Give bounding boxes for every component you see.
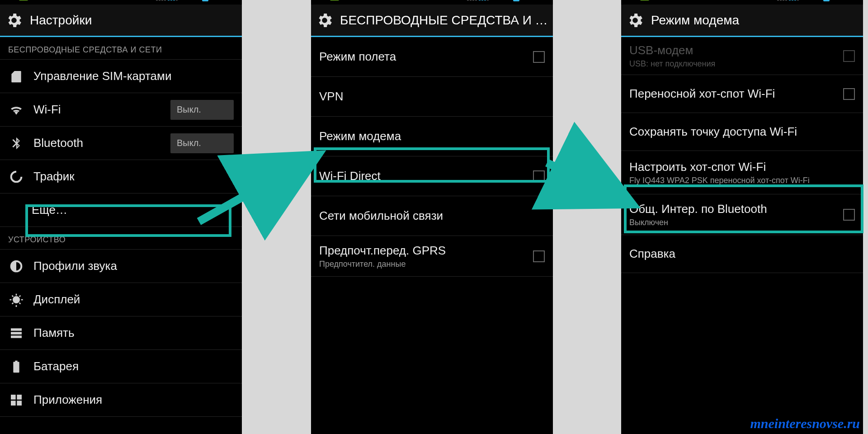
row-tethering[interactable]: Режим модема: [311, 117, 553, 156]
row-wifi-direct[interactable]: Wi-Fi Direct: [311, 156, 553, 196]
status-temp: 11°: [315, 0, 327, 0]
bt-tether-checkbox[interactable]: [843, 209, 855, 221]
row-label: Настроить хот-спот Wi-Fi: [629, 160, 855, 174]
row-sublabel: Выключен: [629, 218, 834, 227]
settings-icon: [5, 11, 24, 30]
row-bluetooth[interactable]: Bluetooth Выкл.: [0, 127, 242, 160]
usb-checkbox: [843, 50, 855, 62]
wifi-icon: [8, 103, 24, 117]
status-badge: 97: [19, 0, 28, 0]
row-apps[interactable]: Приложения: [0, 383, 242, 417]
screen-title: Настройки: [30, 13, 92, 28]
row-label: Память: [33, 326, 75, 340]
settings-icon: [316, 11, 334, 30]
row-label: Еще…: [32, 203, 67, 217]
battery-icon: [202, 0, 208, 1]
phone-screenshot-1: 11° 97 97% 21:32 Настройки БЕСПРОВОДНЫЕ …: [0, 0, 242, 434]
row-display[interactable]: Дисплей: [0, 283, 242, 316]
sim-icon: [8, 69, 24, 84]
screen-header: Настройки: [0, 5, 242, 37]
section-device: УСТРОЙСТВО: [0, 227, 242, 250]
status-bar: 11° 97 97% 21:32: [621, 0, 863, 5]
row-usb-tethering: USB-модем USB: нет подключения: [621, 37, 863, 75]
signal-sim1-icon: [156, 0, 166, 0]
row-configure-hotspot[interactable]: Настроить хот-спот Wi-Fi Fly IQ443 WPA2 …: [621, 151, 863, 194]
battery-percent: 97%: [801, 0, 821, 1]
wifi-toggle[interactable]: Выкл.: [170, 100, 234, 120]
status-clock: 21:32: [212, 0, 239, 2]
storage-icon: [8, 326, 24, 340]
row-label: Управление SIM-картами: [33, 69, 171, 83]
row-label: Трафик: [33, 170, 75, 184]
row-label: Предпочт.перед. GPRS: [319, 244, 524, 258]
row-label: Сохранять точку доступа Wi-Fi: [629, 125, 797, 139]
hotspot-checkbox[interactable]: [843, 88, 855, 100]
row-label: Профили звука: [33, 259, 117, 273]
row-sublabel: Предпочтител. данные: [319, 259, 524, 269]
airplane-checkbox[interactable]: [533, 51, 545, 63]
row-sublabel: Fly IQ443 WPA2 PSK переносной хот-спот W…: [629, 176, 855, 185]
data-usage-icon: [8, 170, 24, 184]
row-memory[interactable]: Память: [0, 316, 242, 350]
row-airplane-mode[interactable]: Режим полета: [311, 37, 553, 77]
signal-sim2-icon: [168, 0, 178, 0]
signal-sim2-icon: [789, 0, 799, 0]
status-clock: 21:32: [833, 0, 860, 2]
row-label: Дисплей: [33, 292, 80, 307]
battery-percent: 97%: [491, 0, 510, 1]
phone-screenshot-3: 11° 97 97% 21:32 Режим модема USB-модем …: [621, 0, 863, 434]
status-bar: 11° 97 97% 21:32: [0, 0, 242, 5]
row-sublabel: USB: нет подключения: [629, 59, 834, 69]
screen-header: БЕСПРОВОДНЫЕ СРЕДСТВА И СЕ…: [311, 5, 553, 37]
row-label: Приложения: [33, 393, 102, 407]
row-label: Общ. Интер. по Bluetooth: [629, 202, 834, 216]
row-battery[interactable]: Батарея: [0, 350, 242, 383]
watermark: mneinteresnovse.ru: [750, 416, 860, 431]
status-bar: 11° 97 97% 21:32: [311, 0, 553, 5]
row-portable-hotspot[interactable]: Переносной хот-спот Wi-Fi: [621, 75, 863, 113]
battery-menu-icon: [8, 359, 24, 374]
row-label: Bluetooth: [33, 136, 83, 150]
row-label: Режим модема: [319, 129, 401, 143]
row-label: Wi-Fi: [33, 103, 61, 117]
status-temp: 11°: [625, 0, 637, 0]
signal-sim2-icon: [479, 0, 489, 0]
signal-sim1-icon: [777, 0, 787, 0]
section-wireless: БЕСПРОВОДНЫЕ СРЕДСТВА И СЕТИ: [0, 37, 242, 60]
signal-sim1-icon: [467, 0, 477, 0]
row-label: Wi-Fi Direct: [319, 169, 381, 183]
row-label: Батарея: [33, 359, 79, 373]
row-vpn[interactable]: VPN: [311, 77, 553, 117]
row-label: VPN: [319, 90, 343, 104]
row-bluetooth-tethering[interactable]: Общ. Интер. по Bluetooth Выключен: [621, 194, 863, 235]
bluetooth-icon: [8, 136, 24, 151]
gprs-checkbox[interactable]: [533, 250, 545, 262]
row-help[interactable]: Справка: [621, 235, 863, 273]
row-label: Справка: [629, 247, 675, 261]
row-sound-profiles[interactable]: Профили звука: [0, 250, 242, 283]
settings-icon: [626, 11, 645, 30]
row-traffic[interactable]: Трафик: [0, 160, 242, 193]
battery-percent: 97%: [179, 0, 199, 1]
bluetooth-toggle[interactable]: Выкл.: [170, 133, 234, 153]
row-sim-management[interactable]: Управление SIM-картами: [0, 60, 242, 93]
row-gprs-pref[interactable]: Предпочт.перед. GPRS Предпочтител. данны…: [311, 236, 553, 277]
row-keep-ap[interactable]: Сохранять точку доступа Wi-Fi: [621, 113, 863, 151]
row-label: Сети мобильной связи: [319, 209, 443, 223]
row-label: Переносной хот-спот Wi-Fi: [629, 87, 775, 101]
row-mobile-networks[interactable]: Сети мобильной связи: [311, 196, 553, 236]
wifidirect-checkbox[interactable]: [533, 170, 545, 182]
apps-icon: [8, 393, 24, 407]
row-more[interactable]: Еще…: [0, 193, 242, 227]
status-badge: 97: [640, 0, 650, 0]
battery-icon: [513, 0, 519, 1]
battery-icon: [823, 0, 830, 1]
screen-header: Режим модема: [621, 5, 863, 37]
row-label: Режим полета: [319, 50, 396, 64]
phone-screenshot-2: 11° 97 97% 21:32 БЕСПРОВОДНЫЕ СРЕДСТВА И…: [311, 0, 553, 434]
row-wifi[interactable]: Wi-Fi Выкл.: [0, 93, 242, 127]
screen-title: Режим модема: [651, 13, 739, 28]
status-badge: 97: [330, 0, 340, 0]
row-label: USB-модем: [629, 43, 834, 57]
status-temp: 11°: [4, 0, 16, 0]
